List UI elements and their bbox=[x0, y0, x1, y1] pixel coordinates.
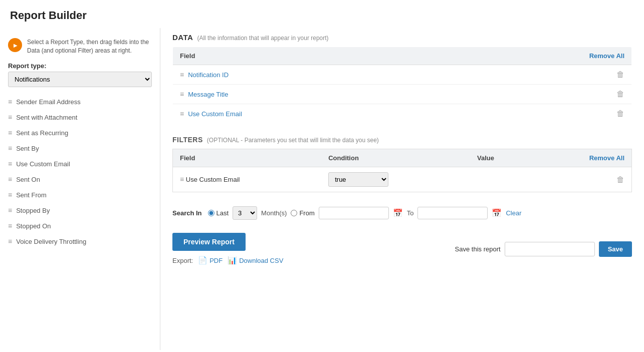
report-type-label: Report type: bbox=[0, 62, 160, 72]
filter-remove-all-link[interactable]: Remove All bbox=[589, 154, 624, 162]
filter-condition-cell: truefalse bbox=[321, 167, 470, 192]
data-field-delete-cell: 🗑 bbox=[451, 65, 631, 85]
data-fields-table: Field Remove All ≡ Notification ID 🗑 bbox=[172, 47, 632, 124]
filter-field-col: Field bbox=[173, 149, 322, 167]
sidebar-item[interactable]: ≡Voice Delivery Throttling bbox=[0, 234, 160, 249]
filters-table: Field Condition Value Remove All ≡ Use C… bbox=[172, 149, 632, 192]
table-row: ≡ Message Title 🗑 bbox=[173, 85, 632, 104]
drag-handle-icon: ≡ bbox=[8, 191, 12, 198]
drag-handle-icon: ≡ bbox=[8, 114, 12, 121]
export-label: Export: bbox=[172, 257, 193, 264]
pdf-export-link[interactable]: 📄 PDF bbox=[198, 256, 223, 265]
drag-handle-icon: ≡ bbox=[180, 110, 184, 117]
last-radio[interactable] bbox=[208, 210, 214, 216]
drag-handle-icon: ≡ bbox=[8, 207, 12, 214]
preview-report-button[interactable]: Preview Report bbox=[172, 233, 246, 251]
sidebar-info: Select a Report Type, then drag fields i… bbox=[0, 35, 160, 62]
data-section-title: DATA bbox=[172, 33, 193, 42]
filter-condition-col: Condition bbox=[321, 149, 470, 167]
filter-field-cell: ≡ Use Custom Email bbox=[173, 167, 322, 192]
delete-field-icon[interactable]: 🗑 bbox=[616, 90, 624, 99]
search-in-label: Search In bbox=[172, 209, 202, 217]
sidebar-item[interactable]: ≡Stopped On bbox=[0, 218, 160, 234]
field-name-label: Notification ID bbox=[188, 71, 229, 79]
filters-section-header: FILTERS (OPTIONAL - Parameters you set t… bbox=[172, 136, 632, 144]
csv-export-link[interactable]: 📊 Download CSV bbox=[228, 256, 283, 265]
save-section: Save this report Save bbox=[455, 241, 632, 257]
filter-delete-cell: 🗑 bbox=[532, 167, 631, 192]
delete-field-icon[interactable]: 🗑 bbox=[616, 70, 624, 79]
last-radio-label[interactable]: Last bbox=[208, 209, 229, 217]
drag-handle-icon: ≡ bbox=[180, 71, 184, 78]
filters-title: FILTERS bbox=[172, 136, 203, 144]
sidebar: Select a Report Type, then drag fields i… bbox=[0, 28, 160, 350]
to-calendar-icon[interactable]: 📅 bbox=[492, 208, 502, 218]
data-field-cell: ≡ Use Custom Email bbox=[173, 104, 452, 124]
drag-handle-icon: ≡ bbox=[8, 98, 12, 105]
from-calendar-icon[interactable]: 📅 bbox=[393, 208, 403, 218]
save-report-label: Save this report bbox=[455, 245, 501, 253]
report-type-select[interactable]: Notifications Users Groups Messages bbox=[8, 72, 152, 87]
data-field-delete-cell: 🗑 bbox=[451, 104, 631, 124]
filter-remove-all-header: Remove All bbox=[532, 149, 631, 167]
page-title: Report Builder bbox=[0, 0, 644, 28]
save-report-input[interactable] bbox=[505, 242, 595, 256]
data-field-cell: ≡ Notification ID bbox=[173, 65, 452, 85]
data-section-header: DATA (All the information that will appe… bbox=[172, 33, 632, 42]
from-radio[interactable] bbox=[291, 210, 297, 216]
info-icon bbox=[8, 38, 22, 52]
drag-handle-icon: ≡ bbox=[180, 91, 184, 98]
csv-icon: 📊 bbox=[228, 256, 237, 265]
sidebar-item[interactable]: ≡Sent as Recurring bbox=[0, 125, 160, 141]
filters-subtitle: (OPTIONAL - Parameters you set that will… bbox=[207, 137, 379, 144]
filter-row: ≡ Use Custom Email truefalse 🗑 bbox=[173, 167, 632, 192]
sidebar-item[interactable]: ≡Sent with Attachment bbox=[0, 110, 160, 125]
table-row: ≡ Use Custom Email 🗑 bbox=[173, 104, 632, 124]
clear-link[interactable]: Clear bbox=[506, 209, 521, 217]
save-button[interactable]: Save bbox=[599, 241, 632, 257]
last-number-select[interactable]: 3 1 2 6 12 bbox=[233, 206, 257, 220]
drag-handle-icon: ≡ bbox=[8, 145, 12, 152]
sidebar-item[interactable]: ≡Use Custom Email bbox=[0, 156, 160, 172]
filter-value-cell bbox=[470, 167, 532, 192]
table-row: ≡ Notification ID 🗑 bbox=[173, 65, 632, 85]
data-remove-all-link[interactable]: Remove All bbox=[589, 52, 624, 60]
sidebar-item[interactable]: ≡Sent By bbox=[0, 141, 160, 156]
main-content: DATA (All the information that will appe… bbox=[160, 28, 644, 350]
filter-condition-select[interactable]: truefalse bbox=[328, 172, 388, 187]
data-field-cell: ≡ Message Title bbox=[173, 85, 452, 104]
drag-handle-icon: ≡ bbox=[8, 222, 12, 229]
sidebar-field-list: ≡Sender Email Address≡Sent with Attachme… bbox=[0, 94, 160, 249]
to-label: To bbox=[407, 209, 414, 217]
field-name-label: Message Title bbox=[188, 91, 228, 98]
data-field-delete-cell: 🗑 bbox=[451, 85, 631, 104]
drag-handle-icon: ≡ bbox=[8, 176, 12, 183]
sidebar-info-text: Select a Report Type, then drag fields i… bbox=[27, 38, 152, 55]
filters-section: FILTERS (OPTIONAL - Parameters you set t… bbox=[172, 136, 632, 223]
sidebar-item[interactable]: ≡Sender Email Address bbox=[0, 94, 160, 110]
sidebar-item[interactable]: ≡Sent On bbox=[0, 172, 160, 187]
months-label: Month(s) bbox=[261, 209, 287, 217]
to-date-input[interactable] bbox=[417, 207, 488, 219]
field-name-label: Use Custom Email bbox=[188, 110, 242, 118]
sidebar-item[interactable]: ≡Sent From bbox=[0, 187, 160, 203]
bottom-left: Preview Report Export: 📄 PDF 📊 Download … bbox=[172, 233, 283, 265]
drag-handle-icon: ≡ bbox=[8, 160, 12, 167]
filter-field-name: Use Custom Email bbox=[186, 176, 240, 183]
filter-value-col: Value bbox=[470, 149, 532, 167]
delete-field-icon[interactable]: 🗑 bbox=[616, 109, 624, 118]
drag-handle-icon: ≡ bbox=[180, 175, 184, 183]
data-field-col-header: Field bbox=[173, 47, 452, 65]
bottom-section: Preview Report Export: 📄 PDF 📊 Download … bbox=[172, 233, 632, 265]
pdf-icon: 📄 bbox=[198, 256, 207, 265]
sidebar-item[interactable]: ≡Stopped By bbox=[0, 203, 160, 218]
delete-filter-icon[interactable]: 🗑 bbox=[616, 175, 624, 184]
data-section-subtitle: (All the information that will appear in… bbox=[197, 35, 328, 42]
data-remove-all-header: Remove All bbox=[451, 47, 631, 65]
from-radio-label[interactable]: From bbox=[291, 209, 314, 217]
drag-handle-icon: ≡ bbox=[8, 238, 12, 245]
drag-handle-icon: ≡ bbox=[8, 129, 12, 136]
search-in-row: Search In Last 3 1 2 6 12 Month(s) From bbox=[172, 200, 632, 223]
from-date-input[interactable] bbox=[319, 207, 389, 219]
